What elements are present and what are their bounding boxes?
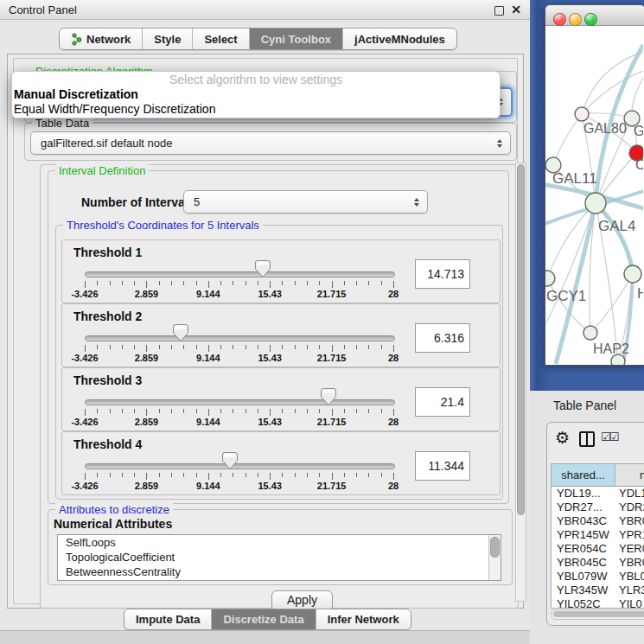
- column-header-name[interactable]: n: [615, 464, 644, 486]
- tick-mark: [393, 281, 394, 288]
- table-row[interactable]: YDR27...YDR2: [552, 501, 644, 514]
- cell-name: YBR0: [615, 556, 644, 570]
- tick-mark: [146, 409, 147, 416]
- slider-track[interactable]: [85, 335, 395, 341]
- tick-label: 15.43: [258, 289, 282, 299]
- algorithm-dropdown-popup: Select algorithm to view settings Manual…: [11, 71, 501, 118]
- table-row[interactable]: YPR145WYPR1: [552, 528, 644, 542]
- node-gal4[interactable]: [585, 193, 606, 214]
- table-row[interactable]: YDL19...YDL1: [552, 487, 644, 501]
- discretize-form: Discretization Algorithm Table Data galF…: [13, 58, 518, 604]
- tab-cyni-toolbox[interactable]: Cyni Toolbox: [250, 29, 343, 49]
- node-hap2[interactable]: [583, 326, 597, 340]
- threshold-slider[interactable]: -3.4262.8599.14415.4321.71528: [85, 432, 393, 494]
- form-scrollbar[interactable]: [515, 163, 526, 602]
- tick-mark: [307, 409, 308, 413]
- table-data-combobox[interactable]: galFiltered.sif default node: [30, 131, 511, 155]
- list-item-selfloops[interactable]: SelfLoops: [58, 535, 501, 550]
- checkboxes-icon[interactable]: ☑☑: [601, 430, 617, 443]
- tab-jactivemnodules[interactable]: jActiveMNodules: [343, 29, 456, 49]
- minimize-traffic-light[interactable]: [569, 13, 582, 26]
- threshold-value-field[interactable]: 6.316: [415, 323, 470, 353]
- node-gal80[interactable]: [575, 107, 589, 121]
- tick-mark: [381, 281, 382, 285]
- table-row[interactable]: YBL079WYBL0: [552, 570, 644, 583]
- zoom-traffic-light[interactable]: [584, 13, 597, 26]
- columns-icon[interactable]: [579, 431, 595, 447]
- tick-mark: [171, 345, 172, 349]
- tick-label: -3.426: [71, 417, 98, 427]
- tick-mark: [332, 345, 333, 352]
- tab-label: Impute Data: [136, 613, 200, 626]
- slider-track[interactable]: [85, 463, 395, 469]
- tick-mark: [146, 345, 147, 352]
- edge[interactable]: [553, 114, 582, 165]
- table-row[interactable]: YBR043CYBR0: [552, 514, 644, 528]
- network-view-window[interactable]: GAL80GCGAL11GAL4GCY1HHAP2: [545, 4, 644, 366]
- thresholds-group-title: Threshold's Coordinates for 5 Intervals: [63, 219, 263, 232]
- tick-mark: [307, 281, 308, 285]
- number-of-intervals-combobox[interactable]: 5: [183, 190, 428, 214]
- tick-mark: [97, 345, 98, 349]
- threshold-value-field[interactable]: 14.713: [415, 259, 470, 289]
- tab-style[interactable]: Style: [143, 29, 193, 49]
- table-hscrollbar[interactable]: [551, 609, 644, 620]
- network-canvas[interactable]: GAL80GCGAL11GAL4GCY1HHAP2: [545, 26, 644, 365]
- tick-mark: [134, 281, 135, 285]
- tick-mark: [122, 281, 123, 285]
- tab-select[interactable]: Select: [193, 29, 249, 49]
- slider-thumb[interactable]: [255, 260, 271, 281]
- table-row[interactable]: YER054CYER0: [552, 542, 644, 556]
- node-label: H: [637, 285, 643, 302]
- node-h[interactable]: [624, 265, 641, 283]
- edge[interactable]: [547, 278, 590, 333]
- tick-label: 15.43: [258, 481, 282, 491]
- tick-label: 21.715: [317, 417, 347, 427]
- list-item-betweennesscentrality[interactable]: BetweennessCentrality: [58, 564, 501, 579]
- slider-track[interactable]: [85, 271, 395, 277]
- column-header-shared-name[interactable]: shared...: [552, 464, 615, 486]
- numerical-attributes-label: Numerical Attributes: [54, 517, 172, 531]
- table-row[interactable]: YLR345WYLR3: [552, 583, 644, 597]
- tick-mark: [381, 473, 382, 477]
- mode-tab-infer-network[interactable]: Infer Network: [316, 609, 411, 629]
- table-row[interactable]: YBR045CYBR0: [552, 556, 644, 570]
- attributes-scrollbar[interactable]: [488, 535, 501, 580]
- gear-icon[interactable]: ⚙: [555, 428, 570, 448]
- tick-mark: [307, 473, 308, 477]
- threshold-value-field[interactable]: 21.4: [415, 387, 470, 417]
- slider-thumb[interactable]: [173, 324, 188, 345]
- scrollbar-thumb[interactable]: [517, 164, 525, 515]
- slider-thumb[interactable]: [321, 388, 336, 409]
- scrollbar-thumb[interactable]: [490, 537, 500, 558]
- slider-track[interactable]: [85, 399, 395, 405]
- edge[interactable]: [596, 203, 633, 274]
- node[interactable]: [611, 354, 625, 365]
- tick-mark: [159, 281, 160, 285]
- table-row[interactable]: YIL052CYIL0: [552, 597, 644, 609]
- threshold-slider[interactable]: -3.4262.8599.14415.4321.71528: [85, 240, 393, 303]
- tick-mark: [122, 473, 123, 477]
- menu-item-manual-discretization[interactable]: Manual Discretization: [12, 87, 500, 102]
- tick-mark: [134, 473, 135, 477]
- node-gcy1[interactable]: [545, 271, 555, 286]
- tick-mark: [196, 281, 197, 285]
- list-item-topologicalcoefficient[interactable]: TopologicalCoefficient: [58, 550, 501, 564]
- close-traffic-light[interactable]: [553, 13, 566, 26]
- threshold-value-field[interactable]: 11.344: [415, 451, 470, 481]
- tick-mark: [245, 409, 246, 413]
- mode-tab-discretize-data[interactable]: Discretize Data: [212, 609, 316, 629]
- edge[interactable]: [596, 203, 633, 274]
- tick-mark: [146, 281, 147, 288]
- float-panel-icon[interactable]: [494, 6, 504, 16]
- tab-network[interactable]: Network: [60, 29, 143, 49]
- threshold-slider[interactable]: -3.4262.8599.14415.4321.71528: [85, 304, 393, 367]
- mode-tab-impute-data[interactable]: Impute Data: [124, 609, 212, 629]
- close-icon[interactable]: ✕: [511, 3, 521, 16]
- tick-mark: [220, 473, 221, 477]
- threshold-slider[interactable]: -3.4262.8599.14415.4321.71528: [85, 368, 393, 430]
- scrollbar-thumb[interactable]: [553, 611, 644, 617]
- slider-thumb[interactable]: [222, 452, 238, 473]
- menu-item-equal-width-frequency[interactable]: Equal Width/Frequency Discretization: [12, 102, 500, 117]
- tick-mark: [295, 345, 296, 349]
